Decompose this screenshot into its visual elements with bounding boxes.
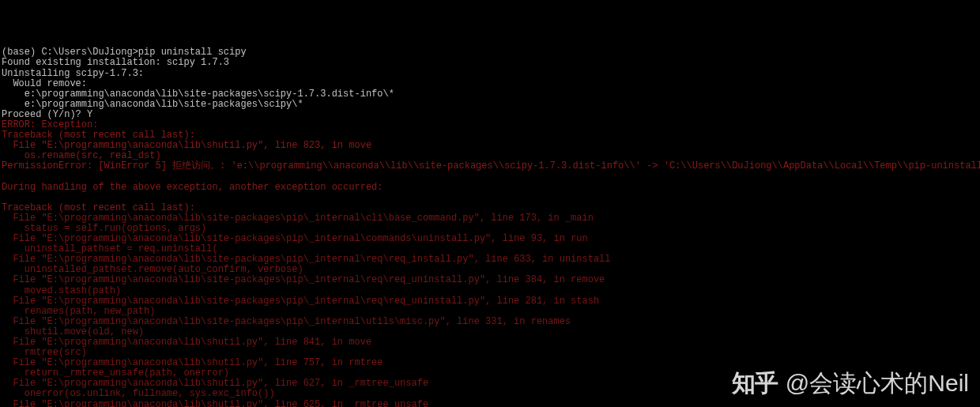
terminal-line <box>2 193 978 203</box>
terminal-line: Uninstalling scipy-1.7.3: <box>2 69 978 79</box>
terminal-line: File "E:\programming\anaconda\lib\shutil… <box>2 400 978 407</box>
terminal-line: File "E:\programming\anaconda\lib\site-p… <box>2 296 978 307</box>
terminal-line: Found existing installation: scipy 1.7.3 <box>2 58 978 68</box>
terminal-line: PermissionError: [WinError 5] 拒绝访问。: 'e:… <box>2 161 978 171</box>
terminal-line: Proceed (Y/n)? Y <box>2 110 978 120</box>
terminal-line: File "E:\programming\anaconda\lib\shutil… <box>2 337 978 348</box>
terminal-line: e:\programming\anaconda\lib\site-package… <box>2 89 978 100</box>
terminal-line: File "E:\programming\anaconda\lib\site-p… <box>2 317 978 327</box>
zhihu-logo: 知乎 <box>732 378 778 388</box>
terminal-window[interactable]: (base) C:\Users\DuJiong>pip uninstall sc… <box>0 41 980 407</box>
terminal-line: During handling of the above exception, … <box>2 183 978 193</box>
watermark: 知乎 @会读心术的Neil <box>732 378 969 388</box>
terminal-line: moved.stash(path) <box>2 286 978 296</box>
terminal-line: File "E:\programming\anaconda\lib\site-p… <box>2 275 978 285</box>
terminal-line: renames(path, new_path) <box>2 307 978 317</box>
watermark-handle: @会读心术的Neil <box>786 378 969 388</box>
terminal-line: Traceback (most recent call last): <box>2 203 978 213</box>
terminal-line: Would remove: <box>2 79 978 89</box>
terminal-line: e:\programming\anaconda\lib\site-package… <box>2 100 978 110</box>
terminal-line <box>2 172 978 183</box>
terminal-line: File "E:\programming\anaconda\lib\site-p… <box>2 213 978 224</box>
